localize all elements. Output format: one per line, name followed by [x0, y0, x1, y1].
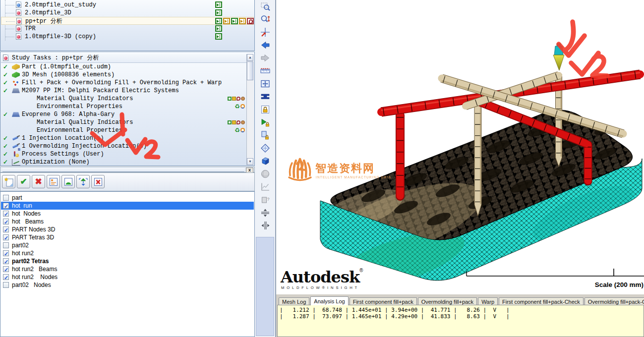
layer-checkbox[interactable]	[3, 226, 9, 232]
layer-checkbox[interactable]	[3, 258, 9, 264]
layer-checkbox[interactable]	[3, 195, 9, 201]
task-badge-icon[interactable]	[223, 18, 230, 24]
view-forward-icon[interactable]	[258, 53, 272, 63]
task-row-quality1[interactable]: Material Quality Indicators	[1, 95, 254, 103]
scale-label: Scale (200 mm)	[595, 281, 644, 288]
scroll-down-icon[interactable]: ▼	[247, 158, 253, 165]
new-layer-button[interactable]	[2, 175, 15, 188]
layer-row[interactable]: hot Nodes	[1, 210, 254, 218]
shaded-view-icon[interactable]	[258, 168, 272, 179]
layer-checkbox[interactable]	[3, 234, 9, 240]
layer-properties-button[interactable]	[47, 175, 60, 188]
task-row-sequence[interactable]: Fill + Pack + Overmolding Fill + Overmol…	[1, 79, 254, 87]
expand-layer-button[interactable]	[76, 175, 90, 188]
layer-row[interactable]: PART Nodes 3D	[1, 225, 254, 233]
layer-checkbox[interactable]	[3, 250, 9, 256]
layer-checkbox[interactable]	[3, 219, 9, 225]
splitter-grip[interactable]	[2, 168, 244, 172]
task-row-injection[interactable]: 1 Injection Location(s)	[1, 134, 254, 142]
layer-row[interactable]: hot run2 Nodes	[1, 273, 254, 281]
layer-row[interactable]: PART Tetras 3D	[1, 233, 254, 241]
tab-warp[interactable]: Warp	[478, 297, 498, 305]
layer-checkbox[interactable]	[3, 242, 9, 248]
tab-overmolding-fill-pack-check[interactable]: Overmolding fill+pack-Check	[585, 297, 644, 305]
scroll-up-icon[interactable]: ▲	[247, 54, 253, 61]
layer-label: part02 Nodes	[12, 281, 51, 289]
layer-row[interactable]: part02 Tetras	[1, 257, 254, 265]
task-badge-icon[interactable]	[215, 33, 222, 40]
layer-row[interactable]: part	[1, 194, 254, 202]
layer-row[interactable]: part02 Nodes	[1, 281, 254, 289]
part-icon	[12, 64, 20, 70]
pan-window-icon[interactable]	[258, 78, 272, 89]
measure-icon[interactable]	[258, 65, 272, 76]
layer-row[interactable]: hot run2	[1, 249, 254, 257]
split-vertical-icon[interactable]	[258, 220, 272, 231]
task-row-process[interactable]: Process Settings (User)	[1, 150, 254, 158]
layer-checkbox[interactable]	[3, 203, 9, 209]
layer-row-selected[interactable]: hot run	[1, 202, 254, 210]
study-tree-item[interactable]: 1.0tmpfile-3D (copy)	[1, 33, 254, 41]
copy-lock-icon[interactable]	[258, 130, 272, 141]
study-tree-item-selected[interactable]: pp+tpr 分析	[1, 17, 254, 25]
layer-checkbox[interactable]	[3, 211, 9, 217]
mold-plates-icon[interactable]	[258, 91, 272, 102]
task-badge-icon[interactable]	[239, 18, 246, 24]
task-row-material2[interactable]: Evoprene G 968: Alpha-Gary	[1, 111, 254, 118]
task-badge-icon[interactable]	[215, 25, 222, 32]
tab-overmolding-fill-pack[interactable]: Overmolding fill+pack	[418, 297, 477, 305]
layer-row[interactable]: hot run2 Beams	[1, 265, 254, 273]
study-tree-item[interactable]: 2.0tmpfile_3D	[1, 9, 254, 17]
cube-view-icon[interactable]	[258, 156, 272, 167]
task-row-material1[interactable]: M2097 PP IM: Delphi Packard Electric Sys…	[1, 87, 254, 95]
delete-layer-button[interactable]: ✖	[32, 175, 45, 188]
scrollbar-thumb[interactable]	[247, 61, 253, 80]
diagnose-icon[interactable]	[258, 143, 272, 154]
task-badge-icon[interactable]	[215, 9, 222, 16]
tab-analysis-log[interactable]: Analysis Log	[310, 296, 348, 305]
tab-mesh-log[interactable]: Mesh Log	[279, 297, 309, 305]
layer-row[interactable]: part02	[1, 241, 254, 249]
task-row-overmolding-injection[interactable]: B1 Overmolding Injection Location(s)	[1, 142, 254, 150]
task-row-optimization[interactable]: Optimization (None)	[1, 158, 254, 166]
layer-row[interactable]: hot Beams	[1, 218, 254, 225]
tree-dash	[5, 29, 14, 29]
task-row-quality2[interactable]: Material Quality Indicators	[1, 118, 254, 126]
analysis-log-content[interactable]: | 1.212 | 68.748 | 1.445e+01 | 3.94e+00 …	[277, 305, 644, 337]
tab-first-component-fill-pack[interactable]: First component fill+pack	[350, 297, 417, 305]
task-row-mesh[interactable]: 3D Mesh (1008836 elements)	[1, 71, 254, 79]
display-properties-button[interactable]	[61, 175, 75, 188]
check-icon	[3, 150, 8, 158]
zoom-window-icon[interactable]	[258, 1, 272, 12]
cleanup-layer-button[interactable]	[91, 175, 105, 188]
task-badge-icon[interactable]	[215, 1, 222, 8]
task-badge-icon[interactable]	[231, 18, 238, 24]
task-row-environment1[interactable]: Environmental Properties ♻	[1, 103, 254, 111]
watermark-logo	[289, 159, 311, 180]
task-row-part[interactable]: Part (1.0tmpfile_out.udm)	[1, 63, 254, 71]
study-tree-item[interactable]: 2.0tmpfile_out_study	[1, 1, 254, 9]
query-help-icon[interactable]: ?	[258, 194, 272, 205]
animate-lock-icon[interactable]	[258, 117, 272, 128]
zoom-in-out-icon[interactable]	[258, 14, 272, 25]
plot-chart-icon[interactable]	[258, 181, 272, 192]
mesh-icon	[12, 72, 20, 78]
task-badge-icon[interactable]	[247, 18, 254, 24]
tab-first-component-fill-pack-check[interactable]: First component fill+pack-Check	[499, 297, 584, 305]
task-row-environment2[interactable]: Environmental Properties ♻	[1, 126, 254, 134]
view-back-icon[interactable]	[258, 40, 272, 51]
split-horizontal-icon[interactable]	[258, 207, 272, 218]
tasks-scrollbar[interactable]: ▲ ▼	[246, 54, 254, 165]
activate-layer-button[interactable]: ✔	[17, 175, 30, 188]
study-tree-item[interactable]: TPR	[1, 25, 254, 33]
task-badge-icon[interactable]	[215, 18, 222, 24]
layer-checkbox[interactable]	[3, 266, 9, 272]
layer-checkbox[interactable]	[3, 274, 9, 280]
lock-icon[interactable]	[258, 104, 272, 115]
expand-layer-icon	[78, 176, 89, 187]
tree-dash	[5, 13, 14, 13]
viewport-3d[interactable]: 智造资料网 INTELLIGENT MANUFACTURING DATA Aut…	[276, 0, 644, 294]
layers-panel-header[interactable]: x	[0, 167, 255, 172]
rotate-center-icon[interactable]	[258, 27, 272, 38]
layer-checkbox[interactable]	[3, 282, 9, 288]
